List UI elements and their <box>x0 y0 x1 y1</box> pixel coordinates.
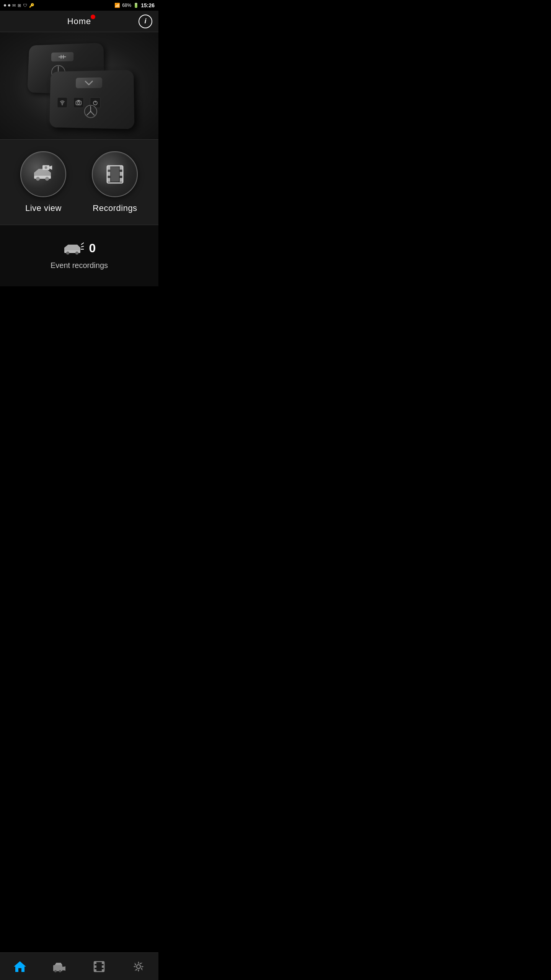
svg-rect-20 <box>107 178 110 182</box>
event-recordings-area: 0 Event recordings <box>0 225 158 286</box>
status-bar: ✉ ⊞ 🛡 🔑 📶 68% 🔋 15:26 <box>0 0 158 11</box>
svg-rect-24 <box>111 167 119 181</box>
event-count: 0 <box>89 241 96 255</box>
info-button[interactable]: i <box>139 15 152 28</box>
svg-point-7 <box>77 102 80 104</box>
device-front-logo <box>84 105 98 121</box>
recordings-label: Recordings <box>93 203 137 213</box>
svg-point-26 <box>66 252 69 255</box>
status-left-icons: ✉ ⊞ 🛡 🔑 <box>4 3 34 8</box>
svg-rect-21 <box>120 166 123 170</box>
svg-line-28 <box>81 243 84 245</box>
status-battery-text: 68% <box>122 3 131 8</box>
event-row: 0 <box>63 240 96 256</box>
device-back-button <box>51 52 74 61</box>
status-battery-icon: 🔋 <box>133 3 139 8</box>
status-right-icons: 📶 68% 🔋 15:26 <box>114 2 155 8</box>
status-dot-1 <box>4 4 6 7</box>
status-wifi-icon: 📶 <box>114 3 120 8</box>
device-container <box>26 40 133 132</box>
status-msg-icon: ⊞ <box>18 3 21 8</box>
live-view-circle <box>20 151 66 197</box>
recordings-button[interactable]: Recordings <box>83 151 147 213</box>
crash-car-icon <box>63 241 84 255</box>
live-view-label: Live view <box>25 203 62 213</box>
live-view-icon <box>31 162 56 187</box>
svg-point-14 <box>45 177 49 181</box>
svg-point-13 <box>36 177 40 181</box>
device-front <box>49 70 134 129</box>
device-image-area <box>0 32 158 139</box>
device-top-button <box>76 77 102 88</box>
page-title: Home <box>67 16 91 26</box>
recording-dot <box>91 15 95 19</box>
event-car-icon <box>63 240 84 256</box>
svg-point-5 <box>62 105 63 105</box>
recordings-circle <box>92 151 138 197</box>
live-view-button[interactable]: Live view <box>11 151 75 213</box>
status-key-icon: 🔑 <box>29 3 34 8</box>
svg-rect-22 <box>120 172 123 176</box>
svg-point-27 <box>75 252 78 255</box>
status-mail-icon: ✉ <box>12 3 16 8</box>
camera-button <box>73 97 84 108</box>
event-label: Event recordings <box>51 261 108 270</box>
status-time: 15:26 <box>141 2 155 8</box>
svg-point-11 <box>90 111 91 112</box>
svg-rect-19 <box>107 172 110 176</box>
header: Home i <box>0 11 158 32</box>
svg-rect-18 <box>107 166 110 170</box>
svg-rect-23 <box>120 178 123 182</box>
status-shield-icon: 🛡 <box>23 3 27 8</box>
svg-point-16 <box>45 166 47 169</box>
svg-line-29 <box>81 246 84 247</box>
recordings-icon <box>103 162 127 187</box>
wifi-button <box>57 97 67 108</box>
status-dot-2 <box>8 4 10 7</box>
main-navigation: Live view Recordings <box>0 139 158 225</box>
